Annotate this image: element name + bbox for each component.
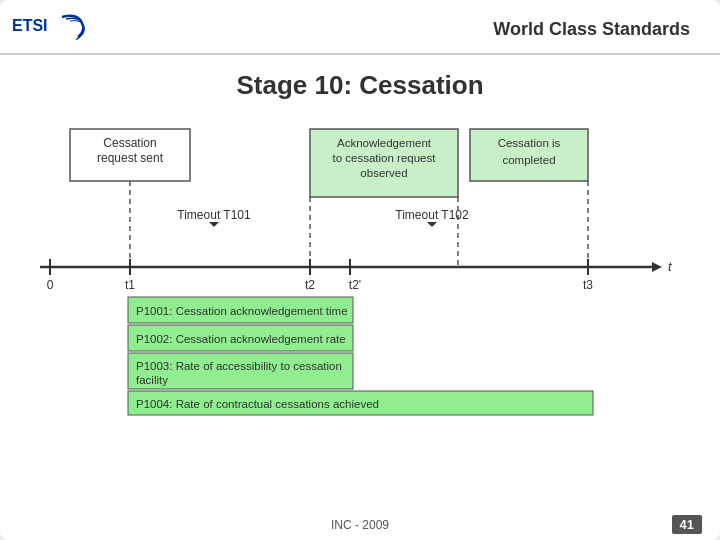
svg-text:to cessation request: to cessation request (333, 152, 437, 164)
footer-text: INC - 2009 (331, 518, 389, 532)
footer: INC - 2009 (0, 518, 720, 532)
svg-text:t1: t1 (125, 278, 135, 292)
svg-text:P1002: Cessation acknowledgeme: P1002: Cessation acknowledgement rate (136, 333, 346, 345)
header: ETSI World Class Standards (0, 0, 720, 55)
svg-text:observed: observed (360, 167, 407, 179)
svg-text:P1004: Rate of  contractual ce: P1004: Rate of contractual cessations ac… (136, 398, 379, 410)
diagram: Cessation request sent Acknowledgement t… (40, 119, 680, 419)
svg-text:0: 0 (47, 278, 54, 292)
page-title: Stage 10: Cessation (40, 70, 680, 101)
main-content: Stage 10: Cessation Cessation request se… (0, 55, 720, 433)
svg-text:Timeout T102: Timeout T102 (395, 208, 469, 222)
svg-marker-16 (209, 222, 219, 227)
svg-text:completed: completed (502, 154, 555, 166)
svg-text:Acknowledgement: Acknowledgement (337, 137, 432, 149)
svg-text:request sent: request sent (97, 151, 164, 165)
svg-marker-20 (652, 262, 662, 272)
svg-text:P1003: Rate of accessibility t: P1003: Rate of accessibility to cessatio… (136, 360, 342, 372)
svg-marker-18 (427, 222, 437, 227)
slide: ETSI World Class Standards Stage 10: Ces… (0, 0, 720, 540)
svg-text:ETSI: ETSI (12, 17, 48, 34)
svg-text:Cessation is: Cessation is (498, 137, 561, 149)
svg-text:t3: t3 (583, 278, 593, 292)
svg-text:P1001: Cessation acknowledgeme: P1001: Cessation acknowledgement time (136, 305, 348, 317)
svg-text:facility: facility (136, 374, 168, 386)
svg-text:t2': t2' (349, 278, 361, 292)
svg-text:Timeout T101: Timeout T101 (177, 208, 251, 222)
svg-text:Cessation: Cessation (103, 136, 156, 150)
svg-text:t: t (668, 259, 673, 274)
etsi-logo: ETSI (10, 8, 100, 48)
page-number: 41 (672, 515, 702, 534)
header-title: World Class Standards (493, 19, 690, 40)
svg-text:t2: t2 (305, 278, 315, 292)
